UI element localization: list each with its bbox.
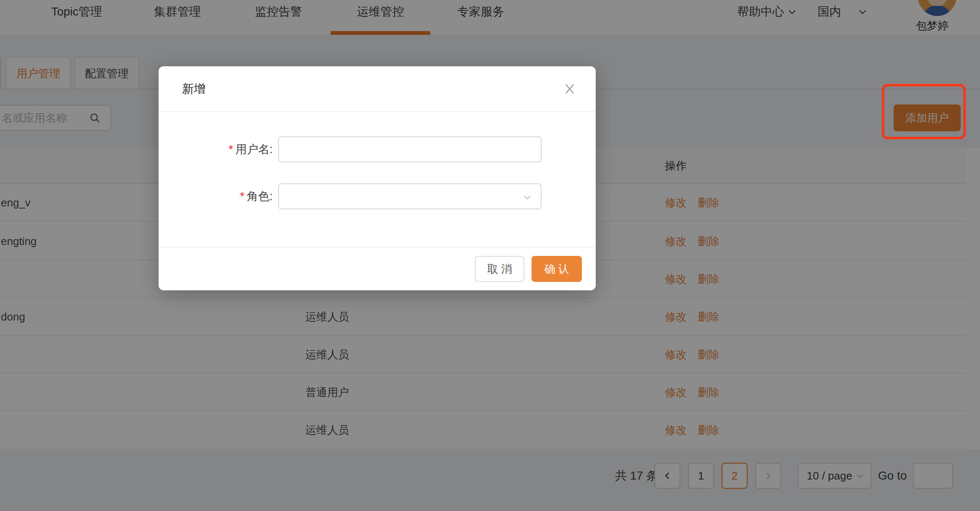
username-field-label: *用户名:: [159, 136, 273, 162]
modal-footer-divider: [159, 247, 596, 248]
required-mark: *: [240, 190, 245, 203]
annotation-highlight-box: [882, 84, 966, 139]
modal-title: 新增: [182, 66, 206, 111]
close-icon[interactable]: [563, 82, 576, 96]
role-field-label: *角色:: [159, 183, 273, 209]
chevron-down-icon: [522, 192, 532, 202]
role-select[interactable]: [278, 183, 542, 209]
required-mark: *: [229, 143, 233, 156]
add-user-modal: 新增 *用户名: *角色: 取 消 确 认: [159, 66, 596, 290]
cancel-button[interactable]: 取 消: [475, 256, 524, 282]
modal-header: 新增: [159, 66, 596, 112]
username-field[interactable]: [278, 136, 542, 162]
confirm-button[interactable]: 确 认: [532, 256, 582, 282]
